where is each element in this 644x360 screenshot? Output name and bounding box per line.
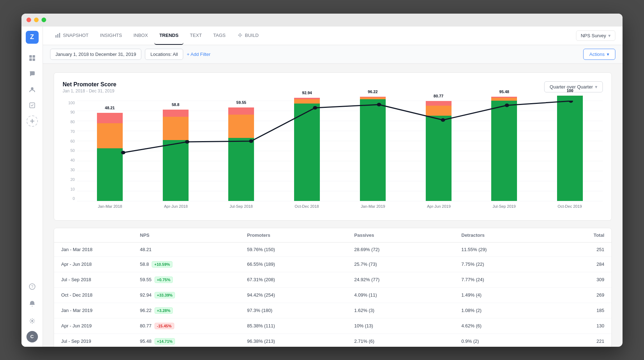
- sidebar-item-people[interactable]: [25, 82, 39, 97]
- cell-promoters: 97.3% (180): [247, 308, 355, 313]
- build-icon: [237, 32, 243, 38]
- cell-passives: 1.62% (3): [354, 308, 462, 313]
- cell-passives: 2.71% (6): [354, 339, 462, 344]
- nav-inbox-label: INBOX: [133, 33, 148, 38]
- app-window: Z: [21, 14, 623, 347]
- promoters-segment: [163, 140, 189, 201]
- nav-text[interactable]: TEXT: [185, 27, 207, 45]
- table-row: Apr - Jun 2018 58.8 +10.59% 66.55% (189)…: [54, 257, 611, 272]
- nav-snapshot[interactable]: SNAPSHOT: [50, 27, 94, 45]
- sidebar-notifications[interactable]: [25, 297, 39, 311]
- cell-total: 130: [569, 323, 604, 328]
- cell-period: Jan - Mar 2018: [61, 247, 140, 252]
- cell-nps: 59.55 +0.75%: [140, 277, 247, 283]
- nps-label-8: 100: [567, 88, 573, 93]
- add-filter-button[interactable]: + Add Filter: [187, 52, 210, 57]
- x-label-3: Jul-Sep 2018: [230, 204, 253, 208]
- bar-oct-dec-2018: 92.94: [294, 98, 320, 201]
- cell-passives: 24.92% (77): [354, 277, 462, 282]
- cell-promoters: 67.31% (208): [247, 277, 355, 282]
- table-row: Jul - Sep 2018 59.55 +0.75% 67.31% (208)…: [54, 272, 611, 288]
- x-label-8: Oct-Dec 2019: [558, 204, 582, 208]
- nps-label-4: 92.94: [302, 91, 312, 95]
- cell-promoters: 59.76% (150): [247, 247, 355, 252]
- chevron-down-icon: ▾: [608, 33, 611, 38]
- cell-total: 221: [569, 339, 604, 344]
- filter-bar: January 1, 2018 to December 31, 2019 Loc…: [43, 45, 623, 64]
- actions-label: Actions: [589, 52, 605, 57]
- locations-filter[interactable]: Locations: All: [145, 49, 183, 60]
- nav-trends[interactable]: TRENDS: [154, 27, 183, 45]
- stacked-bar-5: [360, 97, 386, 201]
- nav-build[interactable]: BUILD: [232, 27, 264, 45]
- chart-header: Net Promoter Score Jan 1, 2018 - Dec 31,…: [63, 81, 603, 93]
- nav-insights[interactable]: INSIGHTS: [95, 27, 127, 45]
- bar-jan-mar-2018: 48.21: [97, 113, 123, 201]
- svg-rect-2: [29, 58, 32, 61]
- sidebar-settings[interactable]: [25, 314, 39, 328]
- actions-button[interactable]: Actions ▾: [583, 49, 615, 60]
- chart-subtitle: Jan 1, 2018 - Dec 31, 2019: [63, 88, 116, 93]
- nav-inbox[interactable]: INBOX: [128, 27, 153, 45]
- x-label-6: Apr-Jun 2019: [427, 204, 451, 208]
- table-header: NPS Promoters Passives Detractors Total: [54, 228, 611, 243]
- add-filter-label: + Add Filter: [187, 52, 210, 57]
- cell-nps: 96.22 +3.28%: [140, 307, 247, 314]
- col-passives: Passives: [354, 232, 462, 238]
- stacked-bar-4: [294, 98, 320, 201]
- sidebar-item-inbox[interactable]: [25, 67, 39, 81]
- change-badge: +10.59%: [152, 261, 172, 268]
- sidebar: Z: [21, 27, 43, 347]
- detractors-segment: [228, 107, 254, 115]
- cell-period: Jan - Mar 2019: [61, 308, 140, 313]
- table-row: Jan - Mar 2018 48.21 59.76% (150) 28.69%…: [54, 243, 611, 257]
- add-button[interactable]: [26, 115, 38, 127]
- nav-trends-label: TRENDS: [159, 33, 178, 38]
- change-badge: +3.28%: [155, 307, 173, 314]
- logo[interactable]: Z: [26, 31, 39, 44]
- sidebar-item-grid[interactable]: [25, 51, 39, 65]
- table-row: Jul - Sep 2019 95.48 +14.71% 96.38% (213…: [54, 334, 611, 347]
- stacked-bar-7: [491, 97, 517, 201]
- survey-selector[interactable]: NPS Survey ▾: [576, 30, 615, 41]
- y-axis: 100 90 80 70 60 50 40 30 20 10 0: [63, 101, 77, 201]
- data-table: NPS Promoters Passives Detractors Total …: [54, 228, 612, 347]
- svg-point-8: [31, 320, 33, 322]
- title-bar: [21, 14, 623, 27]
- chart-container: 100 90 80 70 60 50 40 30 20 10 0: [63, 101, 603, 212]
- stacked-bar-1: [97, 113, 123, 201]
- stacked-bar-6: [426, 101, 452, 201]
- cell-passives: 25.7% (73): [354, 261, 462, 267]
- stacked-bar-2: [163, 110, 189, 201]
- maximize-button[interactable]: [42, 18, 46, 22]
- cell-period: Jul - Sep 2018: [61, 277, 140, 282]
- sidebar-item-tasks[interactable]: [25, 98, 39, 112]
- change-badge: +14.71%: [155, 338, 175, 345]
- main-content: SNAPSHOT INSIGHTS INBOX TRENDS TEXT TAGS: [43, 27, 623, 347]
- cell-nps: 58.8 +10.59%: [140, 261, 247, 268]
- chart-title: Net Promoter Score: [63, 81, 116, 88]
- sidebar-bottom: ? C: [25, 279, 39, 342]
- nav-tags[interactable]: TAGS: [208, 27, 230, 45]
- cell-period: Oct - Dec 2018: [61, 292, 140, 298]
- svg-rect-9: [55, 35, 57, 38]
- cell-promoters: 94.42% (254): [247, 292, 355, 298]
- chat-icon: [29, 70, 36, 77]
- chart-section: Net Promoter Score Jan 1, 2018 - Dec 31,…: [54, 72, 612, 221]
- sidebar-help[interactable]: ?: [25, 279, 39, 294]
- svg-rect-3: [33, 58, 35, 61]
- avatar[interactable]: C: [26, 331, 38, 342]
- change-badge: +0.75%: [155, 277, 173, 283]
- cell-nps: 48.21: [140, 247, 247, 252]
- date-range-filter[interactable]: January 1, 2018 to December 31, 2019: [50, 49, 141, 60]
- close-button[interactable]: [26, 18, 31, 22]
- minimize-button[interactable]: [34, 18, 39, 22]
- table-body: Jan - Mar 2018 48.21 59.76% (150) 28.69%…: [54, 243, 611, 347]
- date-range-label: January 1, 2018 to December 31, 2019: [55, 52, 136, 57]
- cell-promoters: 85.38% (111): [247, 323, 355, 328]
- period-selector[interactable]: Quarter over Quarter ▾: [544, 81, 603, 92]
- cell-detractors: 1.49% (4): [462, 292, 569, 298]
- cell-detractors: 7.77% (24): [462, 277, 569, 282]
- table-row: Apr - Jun 2019 80.77 -15.45% 85.38% (111…: [54, 318, 611, 334]
- promoters-segment: [360, 99, 386, 201]
